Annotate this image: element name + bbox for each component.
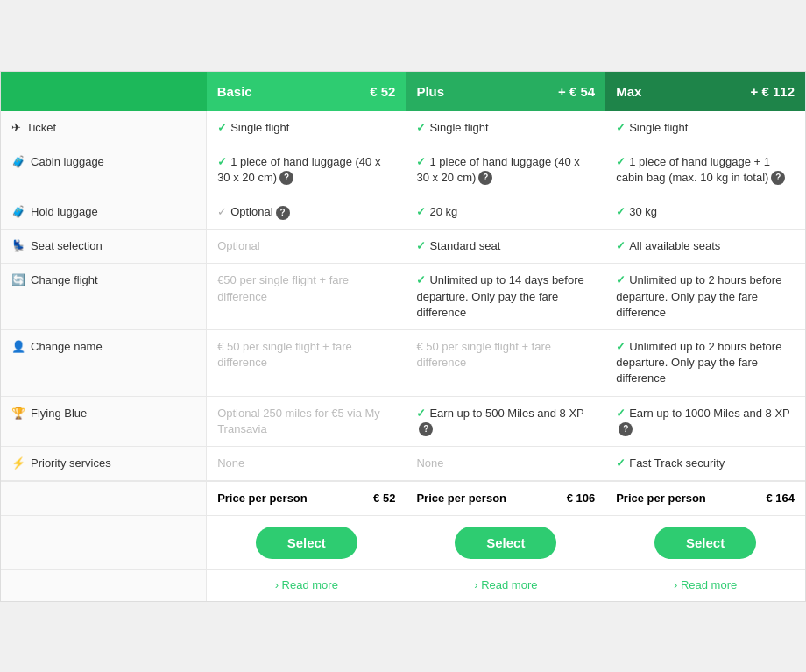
max-col-price: + € 112	[751, 84, 795, 99]
select-empty	[1, 516, 207, 570]
max-cell-hold-luggage: ✓30 kg	[605, 195, 805, 230]
select-plus-cell: Select	[406, 516, 605, 570]
basic-col-name: Basic	[217, 84, 252, 99]
check-icon: ✓	[616, 456, 626, 470]
info-icon[interactable]: ?	[771, 171, 785, 185]
max-col-name: Max	[616, 84, 641, 99]
change-name-icon: 👤	[11, 340, 25, 353]
label-cell-change-flight: 🔄Change flight	[1, 264, 207, 330]
pricing-table: Basic € 52 Plus + € 54 Max + € 112	[0, 71, 806, 602]
plus-cell-flying-blue: ✓Earn up to 500 Miles and 8 XP?	[406, 396, 605, 446]
cell-text: Standard seat	[429, 239, 500, 252]
read-more-row: › Read more › Read more › Read more	[1, 570, 805, 601]
label-text: Hold luggage	[31, 205, 98, 218]
plus-cell-change-flight: ✓Unlimited up to 14 days before departur…	[406, 264, 605, 330]
info-icon[interactable]: ?	[619, 422, 633, 436]
plus-cell-cabin-luggage: ✓1 piece of hand luggage (40 x 30 x 20 c…	[406, 145, 605, 195]
plus-col-name: Plus	[416, 84, 444, 99]
price-plus-label: Price per person	[416, 492, 506, 505]
select-max-cell: Select	[605, 516, 805, 570]
label-cell-hold-luggage: 🧳Hold luggage	[1, 195, 207, 230]
price-label-empty	[1, 481, 207, 516]
change-flight-icon: 🔄	[11, 273, 25, 286]
select-max-button[interactable]: Select	[654, 527, 756, 559]
select-basic-button[interactable]: Select	[256, 527, 357, 559]
flying-blue-icon: 🏆	[11, 407, 25, 420]
basic-col-price: € 52	[370, 84, 395, 99]
price-max-label: Price per person	[616, 492, 706, 505]
select-row: Select Select Select	[1, 516, 805, 570]
row-ticket: ✈Ticket ✓Single flight ✓Single flight ✓S…	[1, 111, 805, 145]
basic-cell-seat-selection: Optional	[207, 230, 407, 264]
price-basic: Price per person € 52	[207, 481, 407, 516]
basic-cell-flying-blue: Optional 250 miles for €5 via My Transav…	[207, 396, 407, 446]
max-cell-priority-services: ✓Fast Track security	[605, 446, 805, 481]
label-cell-ticket: ✈Ticket	[1, 111, 207, 145]
check-icon: ✓	[616, 273, 626, 286]
label-cell-priority-services: ⚡Priority services	[1, 446, 207, 481]
header-basic-col: Basic € 52	[207, 72, 407, 111]
label-text: Change name	[31, 340, 103, 353]
readmore-plus-cell: › Read more	[406, 570, 605, 601]
check-icon: ✓	[616, 239, 626, 252]
select-basic-cell: Select	[207, 516, 407, 570]
price-row: Price per person € 52 Price per person €…	[1, 481, 805, 516]
label-text: Ticket	[26, 121, 56, 134]
row-seat-selection: 💺Seat selection Optional ✓Standard seat …	[1, 230, 805, 264]
max-cell-flying-blue: ✓Earn up to 1000 Miles and 8 XP?	[605, 396, 805, 446]
cell-text: Single flight	[429, 121, 488, 134]
cell-text: € 50 per single flight + fare difference	[217, 340, 352, 369]
plus-cell-seat-selection: ✓Standard seat	[406, 230, 605, 264]
plus-cell-change-name: € 50 per single flight + fare difference	[406, 330, 605, 397]
plus-col-price: + € 54	[558, 84, 595, 99]
check-icon: ✓	[616, 121, 626, 134]
cell-text: € 50 per single flight + fare difference	[416, 340, 551, 369]
readmore-basic-cell: › Read more	[207, 570, 407, 601]
label-text: Change flight	[31, 273, 98, 286]
cell-text: Single flight	[230, 121, 289, 134]
cell-text: Optional 250 miles for €5 via My Transav…	[217, 407, 380, 435]
price-max-value: € 164	[766, 491, 795, 506]
basic-cell-change-name: € 50 per single flight + fare difference	[207, 330, 407, 397]
read-more-plus-link[interactable]: › Read more	[474, 578, 537, 591]
read-more-max-link[interactable]: › Read more	[674, 578, 737, 591]
header-plus-col: Plus + € 54	[406, 72, 605, 111]
read-more-basic-link[interactable]: › Read more	[275, 578, 338, 591]
check-icon: ✓	[416, 205, 426, 218]
cell-text: Unlimited up to 14 days before departure…	[416, 273, 583, 318]
info-icon[interactable]: ?	[478, 171, 492, 185]
check-icon: ✓	[416, 121, 426, 134]
info-icon[interactable]: ?	[276, 206, 290, 220]
cell-text: Earn up to 1000 Miles and 8 XP	[629, 407, 790, 420]
readmore-max-cell: › Read more	[605, 570, 805, 601]
price-plus-value: € 106	[567, 491, 596, 506]
check-icon: ✓	[616, 205, 626, 218]
check-icon: ✓	[616, 407, 626, 420]
info-icon[interactable]: ?	[279, 171, 293, 185]
cabin-luggage-icon: 🧳	[11, 155, 25, 168]
header-max-col: Max + € 112	[605, 72, 805, 111]
plus-cell-priority-services: None	[406, 446, 605, 481]
price-basic-value: € 52	[373, 491, 395, 506]
plus-cell-hold-luggage: ✓20 kg	[406, 195, 605, 230]
info-icon[interactable]: ?	[419, 422, 433, 436]
priority-services-icon: ⚡	[11, 456, 25, 470]
check-icon: ✓	[616, 155, 626, 168]
cell-text: Unlimited up to 2 hours before departure…	[616, 273, 781, 318]
basic-cell-change-flight: €50 per single flight + fare difference	[207, 264, 407, 330]
row-hold-luggage: 🧳Hold luggage ✓Optional? ✓20 kg ✓30 kg	[1, 195, 805, 230]
max-cell-change-flight: ✓Unlimited up to 2 hours before departur…	[605, 264, 805, 330]
cell-text: None	[416, 456, 443, 470]
row-priority-services: ⚡Priority services None None ✓Fast Track…	[1, 446, 805, 481]
check-icon: ✓	[616, 340, 626, 353]
max-cell-seat-selection: ✓All available seats	[605, 230, 805, 264]
cell-text: 20 kg	[429, 205, 457, 218]
select-plus-button[interactable]: Select	[455, 527, 556, 559]
header-label-col	[1, 72, 207, 111]
cell-text: 1 piece of hand luggage + 1 cabin bag (m…	[616, 155, 770, 184]
label-cell-change-name: 👤Change name	[1, 330, 207, 397]
basic-cell-hold-luggage: ✓Optional?	[207, 195, 407, 230]
label-cell-flying-blue: 🏆Flying Blue	[1, 396, 207, 446]
basic-cell-cabin-luggage: ✓1 piece of hand luggage (40 x 30 x 20 c…	[207, 145, 407, 195]
label-text: Seat selection	[31, 239, 103, 252]
